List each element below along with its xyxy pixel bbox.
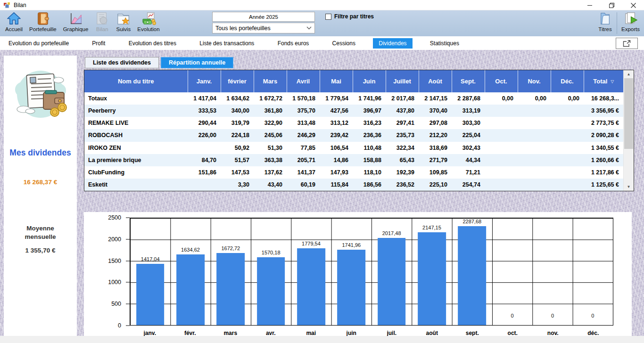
table-row[interactable]: ROBOCASH226,00224,18245,06246,29239,4223… [84,129,623,141]
month-value-cell: 115,84 [320,179,353,191]
tab-statistiques[interactable]: Statistiques [424,38,465,49]
table-scrollbar[interactable]: ▲ ▼ [623,70,634,191]
month-value-cell: 427,56 [320,105,353,117]
y-tick-label: 1500 [108,258,121,264]
main-area: Mes dividendes 16 268,37 € Moyenne mensu… [0,50,644,336]
table-body: Totaux1 417,041 634,621 672,721 570,181 … [84,92,623,191]
month-value-cell: 322,90 [254,117,287,129]
toolbar-label: Graphique [63,26,89,32]
tab-dividendes[interactable]: Dividendes [373,38,412,49]
tab-repartition-annuelle[interactable]: Répartition annuelle [161,57,233,68]
year-field[interactable] [212,12,315,22]
tab-evolution-des-titres[interactable]: Evolution des titres [123,38,182,49]
table-row[interactable]: REMAKE LIVE290,44319,79322,90313,48313,1… [84,117,623,129]
scroll-up-arrow[interactable]: ▲ [624,70,634,78]
month-value-cell [518,142,551,154]
x-tick-label: mars [210,330,251,336]
column-header-avril[interactable]: Avril [287,70,320,92]
month-value-cell: 2 017,48 [386,92,419,105]
title-name-cell: Esketit [84,179,188,191]
chart-column: 1570,18 [251,218,291,325]
column-header-ao-t[interactable]: Août [419,70,452,92]
accueil-button[interactable]: Accueil [2,10,26,36]
bar-value-label: 1570,18 [262,250,281,255]
month-value-cell: 302,43 [452,142,485,154]
close-button[interactable] [622,0,644,10]
column-header-juin[interactable]: Juin [353,70,386,92]
column-header-d-c[interactable]: Déc. [551,70,584,92]
month-value-cell [551,154,584,166]
column-header-juillet[interactable]: Juillet [386,70,419,92]
total-value-cell: 3 356,95 € [584,105,623,117]
column-header-sept[interactable]: Sept. [452,70,485,92]
column-header-total[interactable]: Total▽ [584,70,623,92]
month-value-cell [518,105,551,117]
table-row[interactable]: ClubFunding151,86147,53137,62141,37147,9… [84,166,623,179]
tab-liste-des-transactions[interactable]: Liste des transactions [194,38,260,49]
month-value-cell: 319,79 [221,117,254,129]
month-value-cell: 1 570,18 [287,92,320,105]
portfolio-select[interactable]: Tous les portefeuilles [212,23,315,33]
open-external-button[interactable] [616,38,638,49]
column-header-mars[interactable]: Mars [254,70,287,92]
column-header-janv[interactable]: Janv. [188,70,221,92]
x-tick-label: août [412,330,453,336]
column-header-f-vrier[interactable]: février [221,70,254,92]
tab-evolution-du-portefeuille[interactable]: Evolution du portefeuille [3,38,74,49]
tab-cessions[interactable]: Cessions [327,38,361,49]
minimize-button[interactable] [579,0,601,10]
month-value-cell: 225,10 [419,179,452,191]
column-header-nom-du-titre[interactable]: Nom du titre [84,70,188,92]
month-value-cell: 236,52 [386,179,419,191]
table-row[interactable]: Peerberry333,53340,00361,80375,70427,563… [84,105,623,117]
table-row[interactable]: Esketit3,3043,4060,19115,84186,56236,522… [84,179,623,191]
month-value-cell: 236,36 [353,129,386,141]
month-value-cell: 14,86 [320,154,353,166]
x-tick-label: avr. [251,330,291,336]
dividends-illustration [9,66,72,122]
scroll-down-arrow[interactable]: ▼ [624,183,634,191]
portefeuille-button[interactable]: Portefeuille [26,10,60,36]
x-tick-label: oct. [493,330,533,336]
month-value-cell: 316,23 [353,117,386,129]
tab-fonds-euros[interactable]: Fonds euros [272,38,315,49]
chart-column: 1741,96 [331,218,372,325]
tab-profit[interactable]: Profit [86,38,111,49]
table-row[interactable]: Totaux1 417,041 634,621 672,721 570,181 … [84,92,623,105]
scroll-thumb[interactable] [624,78,633,149]
title-name-cell: Peerberry [84,105,188,117]
month-value-cell: 303,30 [452,117,485,129]
month-value-cell: 235,73 [386,129,419,141]
column-header-nov[interactable]: Nov. [518,70,551,92]
table-row[interactable]: IROKO ZEN50,9251,3077,85106,54110,48322,… [84,142,623,154]
restore-button[interactable] [601,0,622,10]
column-header-mai[interactable]: Mai [320,70,353,92]
y-tick-label: 2000 [108,236,121,243]
titles-folder-icon [598,11,612,26]
month-value-cell [485,179,518,191]
month-value-cell: 106,54 [320,142,353,154]
suivis-button[interactable]: Suivis [113,10,134,36]
chart-bar [297,248,325,325]
total-value-cell: 1 217,86 € [584,166,623,179]
bilan-button: Bilan [91,10,113,36]
filter-checkbox[interactable] [325,14,331,20]
month-value-cell: 44,34 [452,154,485,166]
month-value-cell: 290,44 [188,117,221,129]
x-tick-label: juin [331,330,372,336]
filter-checkbox-row[interactable]: Filtre par titres [325,13,374,20]
toolbar-label: Titres [598,26,611,32]
evolution-button[interactable]: Evolution [134,10,163,36]
table-row[interactable]: La premiere brique84,7051,57363,38205,71… [84,154,623,166]
title-bar: Bilan [0,0,644,10]
month-value-cell: 77,85 [287,142,320,154]
home-icon [7,11,21,26]
tab-liste-des-dividendes[interactable]: Liste des dividendes [85,57,159,68]
exports-icon [623,11,638,26]
column-header-oct[interactable]: Oct. [485,70,518,92]
toolbar-label: Portefeuille [29,26,57,32]
month-value-cell: 361,80 [254,105,287,117]
graphique-button[interactable]: Graphique [60,10,92,36]
titres-button[interactable]: Titres [594,10,616,36]
exports-button[interactable]: Exports [618,10,643,36]
